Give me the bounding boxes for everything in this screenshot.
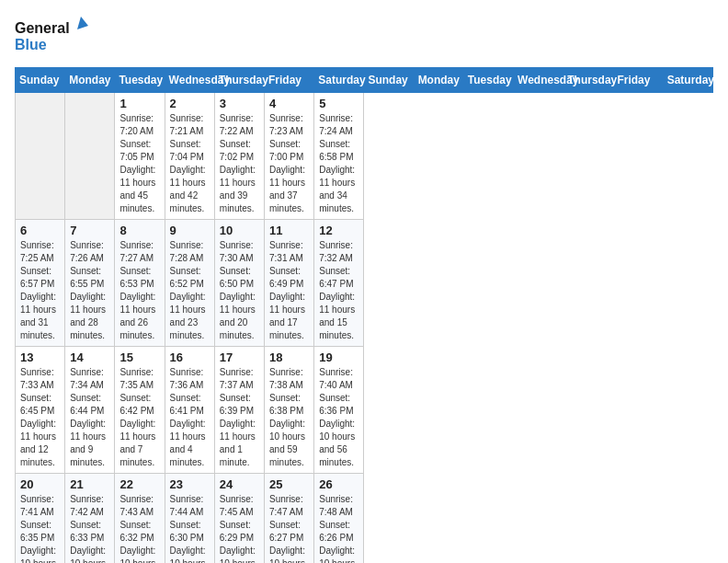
calendar-cell: 23Sunrise: 7:44 AM Sunset: 6:30 PM Dayli… — [165, 474, 214, 564]
day-number: 7 — [70, 224, 109, 237]
day-info: Sunrise: 7:44 AM Sunset: 6:30 PM Dayligh… — [170, 493, 210, 563]
day-info: Sunrise: 7:33 AM Sunset: 6:45 PM Dayligh… — [20, 366, 60, 469]
day-info: Sunrise: 7:20 AM Sunset: 7:05 PM Dayligh… — [119, 112, 159, 215]
calendar-cell: 2Sunrise: 7:21 AM Sunset: 7:04 PM Daylig… — [165, 93, 214, 220]
day-info: Sunrise: 7:21 AM Sunset: 7:04 PM Dayligh… — [170, 112, 210, 215]
day-number: 5 — [319, 97, 358, 110]
day-number: 23 — [170, 477, 210, 491]
calendar-cell: 25Sunrise: 7:47 AM Sunset: 6:27 PM Dayli… — [265, 474, 314, 564]
day-number: 13 — [20, 350, 60, 364]
calendar-cell: 17Sunrise: 7:37 AM Sunset: 6:39 PM Dayli… — [214, 347, 264, 474]
weekday-header-saturday: Saturday — [314, 68, 364, 93]
weekday-header-tuesday: Tuesday — [463, 68, 513, 93]
day-number: 6 — [20, 224, 60, 237]
day-number: 19 — [319, 350, 358, 364]
day-number: 14 — [70, 350, 109, 364]
day-number: 17 — [220, 350, 259, 364]
day-number: 26 — [319, 477, 358, 491]
calendar-cell — [16, 93, 65, 220]
day-number: 25 — [269, 477, 309, 491]
calendar-cell: 11Sunrise: 7:31 AM Sunset: 6:49 PM Dayli… — [265, 220, 314, 347]
day-number: 4 — [269, 97, 309, 110]
day-info: Sunrise: 7:34 AM Sunset: 6:44 PM Dayligh… — [70, 366, 109, 469]
day-info: Sunrise: 7:47 AM Sunset: 6:27 PM Dayligh… — [269, 493, 309, 563]
weekday-header-thursday: Thursday — [214, 68, 264, 93]
day-number: 1 — [119, 97, 159, 110]
day-number: 18 — [269, 350, 309, 364]
calendar-cell: 5Sunrise: 7:24 AM Sunset: 6:58 PM Daylig… — [314, 93, 364, 220]
calendar-week-4: 20Sunrise: 7:41 AM Sunset: 6:35 PM Dayli… — [16, 474, 713, 564]
day-number: 16 — [170, 350, 210, 364]
calendar-cell: 18Sunrise: 7:38 AM Sunset: 6:38 PM Dayli… — [265, 347, 314, 474]
day-number: 9 — [170, 224, 210, 237]
day-info: Sunrise: 7:40 AM Sunset: 6:36 PM Dayligh… — [319, 366, 358, 469]
weekday-header-friday: Friday — [613, 68, 663, 93]
svg-marker-2 — [77, 17, 88, 29]
calendar-cell: 22Sunrise: 7:43 AM Sunset: 6:32 PM Dayli… — [115, 474, 165, 564]
calendar-cell: 9Sunrise: 7:28 AM Sunset: 6:52 PM Daylig… — [165, 220, 214, 347]
day-info: Sunrise: 7:30 AM Sunset: 6:50 PM Dayligh… — [220, 239, 259, 342]
calendar-cell: 13Sunrise: 7:33 AM Sunset: 6:45 PM Dayli… — [16, 347, 65, 474]
svg-text:General: General — [15, 20, 70, 36]
day-number: 11 — [269, 224, 309, 237]
day-number: 24 — [220, 477, 259, 491]
calendar-cell: 26Sunrise: 7:48 AM Sunset: 6:26 PM Dayli… — [314, 474, 364, 564]
calendar-cell: 16Sunrise: 7:36 AM Sunset: 6:41 PM Dayli… — [165, 347, 214, 474]
day-info: Sunrise: 7:24 AM Sunset: 6:58 PM Dayligh… — [319, 112, 358, 215]
weekday-header-saturday: Saturday — [663, 68, 712, 93]
day-info: Sunrise: 7:42 AM Sunset: 6:33 PM Dayligh… — [70, 493, 109, 563]
calendar-cell: 4Sunrise: 7:23 AM Sunset: 7:00 PM Daylig… — [265, 93, 314, 220]
weekday-header-friday: Friday — [265, 68, 314, 93]
calendar-cell: 1Sunrise: 7:20 AM Sunset: 7:05 PM Daylig… — [115, 93, 165, 220]
calendar-cell: 14Sunrise: 7:34 AM Sunset: 6:44 PM Dayli… — [65, 347, 115, 474]
day-info: Sunrise: 7:37 AM Sunset: 6:39 PM Dayligh… — [220, 366, 259, 469]
calendar-cell: 20Sunrise: 7:41 AM Sunset: 6:35 PM Dayli… — [16, 474, 65, 564]
day-number: 20 — [20, 477, 60, 491]
weekday-header-thursday: Thursday — [563, 68, 613, 93]
day-info: Sunrise: 7:38 AM Sunset: 6:38 PM Dayligh… — [269, 366, 309, 469]
calendar-cell: 21Sunrise: 7:42 AM Sunset: 6:33 PM Dayli… — [65, 474, 115, 564]
logo-svg: General Blue — [15, 15, 88, 56]
calendar-cell: 3Sunrise: 7:22 AM Sunset: 7:02 PM Daylig… — [214, 93, 264, 220]
day-info: Sunrise: 7:35 AM Sunset: 6:42 PM Dayligh… — [119, 366, 159, 469]
day-info: Sunrise: 7:22 AM Sunset: 7:02 PM Dayligh… — [220, 112, 259, 215]
day-info: Sunrise: 7:27 AM Sunset: 6:53 PM Dayligh… — [119, 239, 159, 342]
day-info: Sunrise: 7:36 AM Sunset: 6:41 PM Dayligh… — [170, 366, 210, 469]
day-number: 15 — [119, 350, 159, 364]
calendar-table: SundayMondayTuesdayWednesdayThursdayFrid… — [15, 67, 713, 563]
page-header: General Blue — [15, 15, 713, 56]
day-info: Sunrise: 7:41 AM Sunset: 6:35 PM Dayligh… — [20, 493, 60, 563]
weekday-header-sunday: Sunday — [16, 68, 65, 93]
calendar-week-2: 6Sunrise: 7:25 AM Sunset: 6:57 PM Daylig… — [16, 220, 713, 347]
weekday-header-wednesday: Wednesday — [165, 68, 214, 93]
weekday-header-monday: Monday — [414, 68, 463, 93]
calendar-cell: 8Sunrise: 7:27 AM Sunset: 6:53 PM Daylig… — [115, 220, 165, 347]
calendar-cell — [65, 93, 115, 220]
day-number: 10 — [220, 224, 259, 237]
day-info: Sunrise: 7:28 AM Sunset: 6:52 PM Dayligh… — [170, 239, 210, 342]
calendar-cell: 6Sunrise: 7:25 AM Sunset: 6:57 PM Daylig… — [16, 220, 65, 347]
svg-text:Blue: Blue — [15, 37, 47, 52]
day-number: 12 — [319, 224, 358, 237]
weekday-header-tuesday: Tuesday — [115, 68, 165, 93]
header-row: SundayMondayTuesdayWednesdayThursdayFrid… — [16, 68, 713, 93]
weekday-header-sunday: Sunday — [364, 68, 414, 93]
day-number: 8 — [119, 224, 159, 237]
calendar-cell: 12Sunrise: 7:32 AM Sunset: 6:47 PM Dayli… — [314, 220, 364, 347]
logo: General Blue — [15, 15, 88, 56]
day-number: 21 — [70, 477, 109, 491]
day-info: Sunrise: 7:25 AM Sunset: 6:57 PM Dayligh… — [20, 239, 60, 342]
calendar-cell: 19Sunrise: 7:40 AM Sunset: 6:36 PM Dayli… — [314, 347, 364, 474]
day-info: Sunrise: 7:48 AM Sunset: 6:26 PM Dayligh… — [319, 493, 358, 563]
day-info: Sunrise: 7:32 AM Sunset: 6:47 PM Dayligh… — [319, 239, 358, 342]
day-info: Sunrise: 7:31 AM Sunset: 6:49 PM Dayligh… — [269, 239, 309, 342]
day-number: 22 — [119, 477, 159, 491]
day-info: Sunrise: 7:26 AM Sunset: 6:55 PM Dayligh… — [70, 239, 109, 342]
day-info: Sunrise: 7:43 AM Sunset: 6:32 PM Dayligh… — [119, 493, 159, 563]
day-number: 2 — [170, 97, 210, 110]
day-info: Sunrise: 7:23 AM Sunset: 7:00 PM Dayligh… — [269, 112, 309, 215]
calendar-cell: 10Sunrise: 7:30 AM Sunset: 6:50 PM Dayli… — [214, 220, 264, 347]
day-number: 3 — [220, 97, 259, 110]
weekday-header-monday: Monday — [65, 68, 115, 93]
weekday-header-wednesday: Wednesday — [514, 68, 563, 93]
